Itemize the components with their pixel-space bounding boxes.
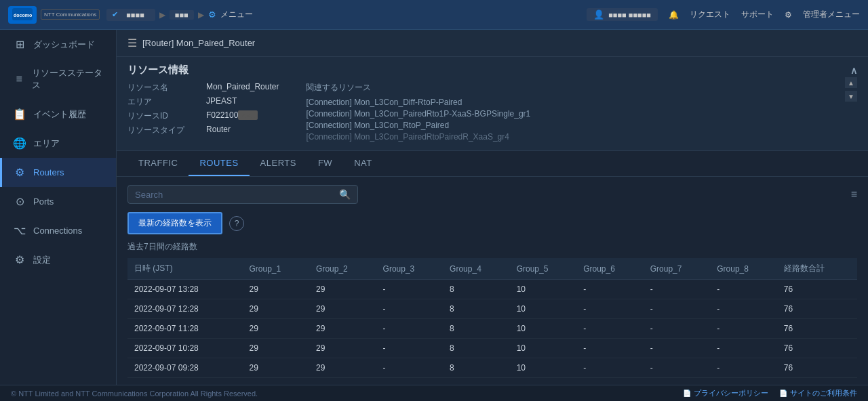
col-group4: Group_4 [443, 258, 510, 280]
sidebar-item-area[interactable]: 🌐 エリア [0, 129, 116, 158]
sidebar-item-label: Connections [33, 226, 82, 236]
resource-name-label: リソース名 [127, 82, 195, 93]
privacy-policy-link[interactable]: 📄 プライバシーポリシー [683, 388, 768, 398]
cell-group7: - [644, 339, 711, 358]
cell-group3: - [376, 339, 443, 358]
resource-area-label: エリア [127, 96, 195, 108]
search-input[interactable] [135, 190, 339, 200]
resource-row-area: エリア JPEAST [127, 96, 279, 108]
search-row: 🔍 ≡ [127, 185, 857, 204]
cell-group4: 8 [443, 299, 510, 319]
tab-alerts[interactable]: ALERTS [250, 151, 307, 176]
col-group1: Group_1 [243, 258, 310, 280]
cell-group5: 10 [510, 358, 577, 378]
search-box: 🔍 [127, 185, 358, 204]
terms-text[interactable]: サイトのご利用条件 [790, 388, 857, 398]
logo-area: docomo NTT Communications [8, 6, 100, 24]
breadcrumb-arrow2: ▶ [198, 10, 204, 20]
terms-link[interactable]: 📄 サイトのご利用条件 [779, 388, 857, 398]
cell-total: 76 [777, 319, 857, 339]
page-header: ☰ [Router] Mon_Paired_Router [117, 30, 868, 57]
cell-group6: - [576, 319, 644, 339]
cell-datetime: 2022-09-07 11:28 [127, 319, 243, 339]
sidebar-item-ports[interactable]: ⊙ Ports [0, 187, 116, 216]
past-label: 過去7日間の経路数 [127, 241, 857, 253]
cell-group5: 10 [510, 319, 577, 339]
tab-fw[interactable]: FW [307, 151, 343, 176]
cell-group7: - [644, 280, 711, 299]
sidebar-item-label: リソースステータス [32, 67, 105, 91]
privacy-policy-text[interactable]: プライバシーポリシー [694, 388, 768, 398]
tab-routes[interactable]: ROUTES [189, 151, 249, 176]
col-group7: Group_7 [644, 258, 711, 280]
sidebar-item-settings[interactable]: ⚙ 設定 [0, 245, 116, 274]
related-type-1: [Connection] [306, 109, 354, 119]
sidebar-item-connections[interactable]: ⌥ Connections [0, 216, 116, 245]
sidebar-item-routers[interactable]: ⚙ Routers [0, 158, 116, 187]
main-layout: ⊞ ダッシュボード ≡ リソースステータス 📋 イベント履歴 🌐 エリア ⚙ R… [0, 30, 868, 385]
cell-datetime: 2022-09-07 09:28 [127, 358, 243, 378]
sidebar-item-label: エリア [33, 138, 60, 150]
breadcrumb-resource[interactable]: ■■■ [170, 10, 194, 20]
related-link-0[interactable]: [Connection] Mon_L3Con_Diff-RtoP-Paired [306, 98, 857, 107]
menu-icon: ⚙ [208, 9, 216, 20]
docomo-logo: docomo [8, 6, 37, 24]
top-nav: docomo NTT Communications ✔ ■■■■ ▶ ■■■ ▶… [0, 0, 868, 30]
cell-group4: 8 [443, 339, 510, 358]
table-row: 2022-09-07 11:282929-810---76 [127, 319, 857, 339]
top-nav-left: docomo NTT Communications ✔ ■■■■ ▶ ■■■ ▶… [8, 6, 253, 24]
admin-link[interactable]: 管理者メニュー [803, 9, 860, 20]
related-link-3[interactable]: [Connection] Mon_L3Con_PairedRtoPairedR_… [306, 132, 857, 142]
related-link-1[interactable]: [Connection] Mon_L3Con_PairedRto1P-XaaS-… [306, 109, 857, 119]
cell-group8: - [710, 339, 777, 358]
cell-total: 76 [777, 280, 857, 299]
help-icon[interactable]: ? [229, 216, 244, 231]
sidebar-item-label: Routers [33, 167, 64, 177]
scroll-down-button[interactable]: ▼ [845, 91, 857, 102]
resource-info-grid: リソース名 Mon_Paired_Router エリア JPEAST リソースI… [127, 82, 857, 144]
cell-group3: - [376, 319, 443, 339]
action-row: 最新の経路数を表示 ? [127, 212, 857, 234]
cell-group6: - [576, 280, 644, 299]
scroll-up-button[interactable]: ▲ [845, 77, 857, 88]
tabs-bar: TRAFFIC ROUTES ALERTS FW NAT [117, 151, 868, 177]
support-link[interactable]: サポート [741, 9, 774, 20]
cell-group2: 29 [309, 319, 376, 339]
resource-row-id: リソースID F022100●●●● [127, 110, 279, 122]
hamburger-icon[interactable]: ☰ [127, 37, 137, 49]
cell-group7: - [644, 299, 711, 319]
sidebar-item-label: イベント履歴 [33, 108, 86, 121]
col-group3: Group_3 [376, 258, 443, 280]
sidebar-item-event-history[interactable]: 📋 イベント履歴 [0, 100, 116, 129]
breadcrumb-home[interactable]: ✔ ■■■■ [106, 9, 155, 21]
collapse-icon[interactable]: ∧ [850, 65, 857, 76]
area-icon: 🌐 [13, 137, 26, 150]
resource-info-heading: リソース情報 [127, 64, 189, 77]
menu-label[interactable]: メニュー [220, 9, 253, 20]
tab-nat[interactable]: NAT [343, 151, 383, 176]
cell-datetime: 2022-09-07 12:28 [127, 299, 243, 319]
cell-group2: 29 [309, 299, 376, 319]
related-link-2[interactable]: [Connection] Mon_L3Con_RtoP_Paired [306, 121, 857, 130]
show-latest-button[interactable]: 最新の経路数を表示 [127, 212, 222, 234]
request-link[interactable]: リクエスト [690, 9, 730, 20]
col-datetime: 日時 (JST) [127, 258, 243, 280]
cell-group8: - [710, 299, 777, 319]
sidebar-item-resource-status[interactable]: ≡ リソースステータス [0, 59, 116, 100]
cell-total: 76 [777, 299, 857, 319]
related-type-2: [Connection] [306, 121, 354, 130]
cell-group5: 10 [510, 299, 577, 319]
cell-group1: 29 [243, 299, 310, 319]
sidebar-item-label: ダッシュボード [33, 39, 95, 51]
related-type-0: [Connection] [306, 98, 354, 107]
user-name: ■■■■ ■■■■■ [608, 11, 651, 19]
filter-icon[interactable]: ≡ [851, 188, 857, 200]
tab-traffic[interactable]: TRAFFIC [127, 151, 189, 176]
cell-group1: 29 [243, 339, 310, 358]
sidebar-item-dashboard[interactable]: ⊞ ダッシュボード [0, 30, 116, 59]
related-resources: 関連するリソース [Connection] Mon_L3Con_Diff-Rto… [306, 82, 857, 144]
col-group2: Group_2 [309, 258, 376, 280]
cell-group5: 10 [510, 280, 577, 299]
dashboard-icon: ⊞ [13, 38, 26, 51]
resource-info-title: リソース情報 ∧ [127, 64, 857, 77]
